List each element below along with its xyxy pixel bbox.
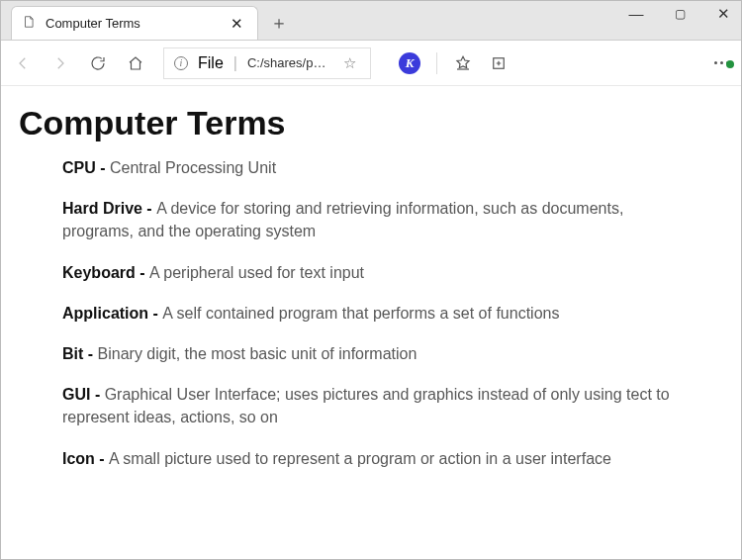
- page-content: Computer Terms CPU - Central Processing …: [1, 86, 741, 560]
- forward-button[interactable]: [50, 53, 70, 73]
- back-button[interactable]: [13, 53, 33, 73]
- window-titlebar: Computer Terms ✕ ＋ — ▢ ✕: [1, 1, 741, 41]
- term-definition: A self contained program that performs a…: [162, 305, 559, 322]
- favorite-star-icon[interactable]: ☆: [343, 54, 356, 72]
- term-item: GUI - Graphical User Interface; uses pic…: [62, 383, 697, 428]
- term-definition: Graphical User Interface; uses pictures …: [62, 386, 670, 425]
- close-window-button[interactable]: ✕: [713, 5, 733, 23]
- browser-tab[interactable]: Computer Terms ✕: [11, 6, 258, 40]
- address-scheme: File: [198, 54, 224, 72]
- term-item: Hard Drive - A device for storing and re…: [62, 197, 697, 242]
- terms-list: CPU - Central Processing Unit Hard Drive…: [19, 156, 723, 470]
- page-title: Computer Terms: [19, 104, 723, 142]
- collections-button[interactable]: [489, 53, 509, 73]
- extension-icon[interactable]: K: [399, 52, 420, 74]
- refresh-button[interactable]: [88, 53, 108, 73]
- toolbar-separator: [436, 52, 437, 74]
- term-name: Hard Drive: [62, 200, 142, 217]
- address-bar[interactable]: i File | C:/shares/p… ☆: [163, 47, 371, 79]
- term-definition: Binary digit, the most basic unit of inf…: [98, 345, 417, 362]
- page-icon: [22, 15, 36, 33]
- address-path: C:/shares/p…: [247, 55, 325, 70]
- term-item: Application - A self contained program t…: [62, 302, 697, 325]
- term-name: CPU: [62, 159, 96, 176]
- term-definition: Central Processing Unit: [110, 159, 276, 176]
- term-item: Keyboard - A peripheral used for text in…: [62, 261, 697, 284]
- favorites-button[interactable]: [453, 53, 473, 73]
- close-tab-icon[interactable]: ✕: [227, 15, 247, 33]
- term-definition: A small picture used to represent a prog…: [109, 450, 611, 467]
- term-name: Application: [62, 305, 148, 322]
- update-badge-icon: [726, 60, 734, 68]
- term-item: Bit - Binary digit, the most basic unit …: [62, 342, 697, 365]
- maximize-button[interactable]: ▢: [670, 7, 690, 25]
- window-controls: — ▢ ✕: [626, 5, 733, 23]
- term-name: GUI: [62, 386, 90, 403]
- site-info-icon[interactable]: i: [174, 56, 188, 70]
- term-item: CPU - Central Processing Unit: [62, 156, 697, 179]
- term-name: Bit: [62, 345, 83, 362]
- term-item: Icon - A small picture used to represent…: [62, 447, 697, 470]
- tab-title: Computer Terms: [46, 16, 217, 31]
- minimize-button[interactable]: —: [626, 5, 646, 23]
- settings-menu-button[interactable]: [714, 61, 729, 64]
- new-tab-button[interactable]: ＋: [264, 8, 294, 38]
- term-name: Icon: [62, 450, 95, 467]
- term-definition: A peripheral used for text input: [149, 264, 364, 281]
- address-separator: |: [233, 54, 237, 72]
- browser-toolbar: i File | C:/shares/p… ☆ K: [1, 41, 741, 86]
- home-button[interactable]: [126, 53, 145, 73]
- term-name: Keyboard: [62, 264, 136, 281]
